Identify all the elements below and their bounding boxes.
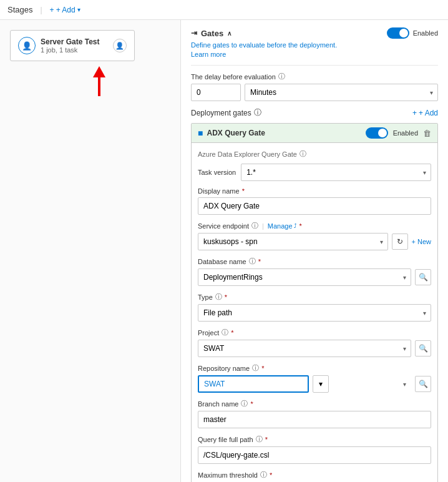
project-field: Project ⓘ SWAT 🔍 xyxy=(198,328,431,357)
project-select[interactable]: SWAT xyxy=(198,340,411,357)
plus-icon: + xyxy=(412,109,417,117)
repository-name-input[interactable] xyxy=(198,375,309,393)
delay-unit-select[interactable]: Minutes Hours xyxy=(245,84,438,101)
gate-blue-icon: ■ xyxy=(198,128,203,138)
deployment-gates-label: Deployment gates ⓘ xyxy=(191,107,261,118)
max-threshold-field: Maximum threshold ⓘ xyxy=(198,470,431,482)
arrow-container xyxy=(27,66,170,96)
max-threshold-label: Maximum threshold ⓘ xyxy=(198,470,431,480)
gates-chevron-icon[interactable]: ∧ xyxy=(227,30,231,37)
delay-info-icon[interactable]: ⓘ xyxy=(278,72,285,81)
gate-name-row: ■ ADX Query Gate xyxy=(198,128,265,138)
delay-unit-wrapper: Minutes Hours xyxy=(245,84,438,101)
manage-link[interactable]: Manage ⤴ xyxy=(268,222,297,230)
type-label: Type ⓘ xyxy=(198,292,431,302)
delay-row: Minutes Hours xyxy=(191,84,438,101)
stage-person-icon: 👤 xyxy=(18,37,36,54)
service-endpoint-row: kuskusops - spn ↻ + New xyxy=(198,233,431,250)
type-field: Type ⓘ File path xyxy=(198,292,431,322)
gates-label: Gates xyxy=(201,29,223,38)
arrow-shaft xyxy=(98,77,100,96)
learn-more-link[interactable]: Learn more xyxy=(191,51,226,58)
branch-name-field: Branch name ⓘ xyxy=(198,399,431,428)
deployment-gates-info-icon[interactable]: ⓘ xyxy=(254,107,261,118)
add-label: + Add xyxy=(56,6,75,14)
delay-field-group: The delay before evaluation ⓘ Minutes Ho… xyxy=(191,72,438,101)
database-info-icon[interactable]: ⓘ xyxy=(249,257,256,266)
repository-name-field: Repository name ⓘ ▾ 🔍 xyxy=(198,363,431,393)
database-name-label: Database name ⓘ xyxy=(198,257,431,266)
gates-desc: Define gates to evaluate before the depl… xyxy=(191,41,438,49)
gates-toggle-container: Enabled xyxy=(387,27,438,39)
project-search-button[interactable]: 🔍 xyxy=(415,340,431,357)
task-version-label: Task version xyxy=(198,169,236,176)
gate-subtitle-info-icon[interactable]: ⓘ xyxy=(299,149,306,159)
gate-name: ADX Query Gate xyxy=(207,129,265,137)
add-gate-button[interactable]: + + Add xyxy=(412,109,438,117)
gates-toggle[interactable] xyxy=(387,27,409,39)
stage-name: Server Gate Test xyxy=(41,37,108,46)
gate-body: Azure Data Explorer Query Gate ⓘ Task ve… xyxy=(192,143,437,482)
stage-user-icon[interactable]: 👤 xyxy=(113,39,127,52)
project-label: Project ⓘ xyxy=(198,328,431,337)
branch-info-icon[interactable]: ⓘ xyxy=(241,399,248,408)
stage-info: Server Gate Test 1 job, 1 task xyxy=(41,37,108,54)
repository-search-button[interactable]: 🔍 xyxy=(415,376,431,392)
stage-card[interactable]: 👤 Server Gate Test 1 job, 1 task 👤 xyxy=(10,30,135,61)
task-version-select-wrapper: 1.* xyxy=(241,164,431,181)
gate-subtitle: Azure Data Explorer Query Gate ⓘ xyxy=(198,149,431,159)
repository-name-label: Repository name ⓘ xyxy=(198,363,431,373)
plus-icon: + xyxy=(412,238,416,245)
query-file-field: Query file full path ⓘ xyxy=(198,435,431,464)
arrow-head xyxy=(93,66,105,77)
database-name-select[interactable]: DeploymentRings xyxy=(198,268,411,286)
delete-gate-icon[interactable]: 🗑 xyxy=(423,129,431,138)
project-row: SWAT 🔍 xyxy=(198,340,431,357)
delay-label: The delay before evaluation ⓘ xyxy=(191,72,438,81)
gates-header: ⇥ Gates ∧ Enabled xyxy=(191,27,438,39)
database-name-field: Database name ⓘ DeploymentRings 🔍 xyxy=(198,257,431,286)
gate-arrow-icon: ⇥ xyxy=(191,29,197,37)
gate-item: ■ ADX Query Gate Enabled 🗑 Azure Data Ex… xyxy=(191,123,438,482)
search-icon: 🔍 xyxy=(419,380,428,388)
chevron-down-icon: ▾ xyxy=(77,6,80,13)
project-info-icon[interactable]: ⓘ xyxy=(222,328,228,337)
repo-dropdown-wrapper: ▾ xyxy=(313,375,411,393)
gate-enabled-label: Enabled xyxy=(393,129,418,137)
database-name-select-wrapper: DeploymentRings xyxy=(198,268,411,286)
search-icon: 🔍 xyxy=(419,344,428,353)
type-info-icon[interactable]: ⓘ xyxy=(215,292,222,302)
add-button[interactable]: + + Add ▾ xyxy=(50,6,80,14)
stages-label: Stages xyxy=(7,5,32,14)
display-name-input[interactable] xyxy=(198,197,431,215)
delay-input[interactable] xyxy=(191,84,241,101)
query-file-label: Query file full path ⓘ xyxy=(198,435,431,444)
type-select[interactable]: File path xyxy=(198,304,431,322)
max-threshold-info-icon[interactable]: ⓘ xyxy=(260,470,267,480)
refresh-endpoint-button[interactable]: ↻ xyxy=(392,234,408,250)
type-select-wrapper: File path xyxy=(198,304,431,322)
external-link-icon: ⤴ xyxy=(294,223,297,229)
task-version-select[interactable]: 1.* xyxy=(241,164,431,181)
endpoint-select-wrapper: kuskusops - spn xyxy=(198,233,388,250)
gate-enabled-toggle[interactable] xyxy=(366,127,388,139)
branch-name-input[interactable] xyxy=(198,411,431,428)
repo-dropdown[interactable]: ▾ xyxy=(313,375,329,393)
display-name-label: Display name xyxy=(198,187,431,195)
separator: | xyxy=(40,6,42,14)
service-endpoint-select[interactable]: kuskusops - spn xyxy=(198,233,388,250)
database-search-button[interactable]: 🔍 xyxy=(415,269,431,285)
service-endpoint-label: Service endpoint ⓘ | Manage ⤴ xyxy=(198,221,431,230)
service-endpoint-field: Service endpoint ⓘ | Manage ⤴ kuskusops … xyxy=(198,221,431,250)
right-panel: ⇥ Gates ∧ Enabled Define gates to evalua… xyxy=(181,20,448,482)
project-select-wrapper: SWAT xyxy=(198,340,411,357)
query-file-input[interactable] xyxy=(198,446,431,464)
repository-info-icon[interactable]: ⓘ xyxy=(252,363,259,373)
gates-enabled-label: Enabled xyxy=(413,29,438,37)
service-endpoint-info-icon[interactable]: ⓘ xyxy=(251,221,258,230)
top-toolbar: Stages | + + Add ▾ xyxy=(0,0,448,20)
query-file-info-icon[interactable]: ⓘ xyxy=(256,435,263,444)
new-endpoint-button[interactable]: + New xyxy=(412,238,431,245)
search-icon: 🔍 xyxy=(419,273,428,282)
plus-icon: + xyxy=(50,6,54,14)
